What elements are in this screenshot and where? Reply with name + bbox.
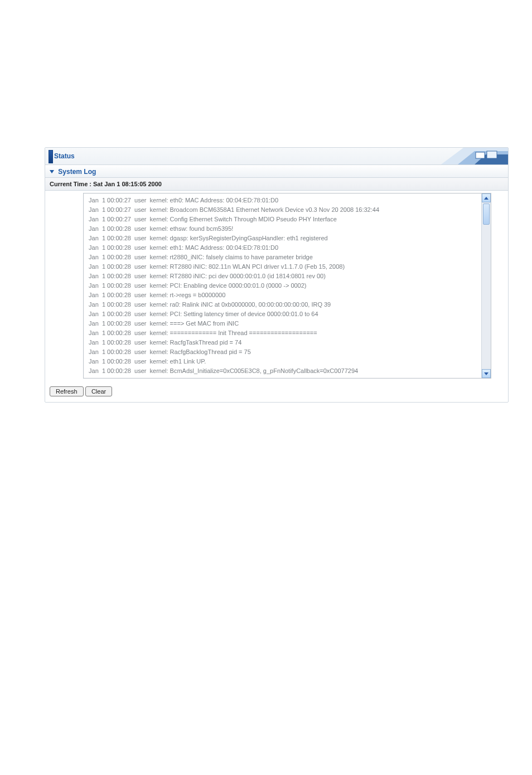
log-line: Jan 1 00:00:28 user kernel: rt2880_iNIC:… (87, 253, 481, 262)
log-line: Jan 1 00:00:28 user kernel: RT2880 iNIC:… (87, 262, 481, 272)
log-line: Jan 1 00:00:27 user kernel: Config Ether… (87, 215, 481, 224)
section-title: System Log (58, 168, 96, 176)
section-title-bar[interactable]: System Log (45, 165, 508, 178)
log-line: Jan 1 00:00:28 user kernel: RacfgTaskThr… (87, 338, 481, 347)
log-scrollbar[interactable] (481, 193, 491, 378)
log-content[interactable]: Jan 1 00:00:27 user kernel: eth0: MAC Ad… (84, 193, 491, 378)
svg-rect-3 (476, 152, 485, 158)
chevron-up-icon (484, 197, 489, 200)
tab-indicator (49, 150, 53, 163)
log-line: Jan 1 00:00:28 user kernel: RT2880 iNIC:… (87, 272, 481, 281)
log-line: Jan 1 00:00:28 user kernel: BcmAdsl_Init… (87, 366, 481, 376)
svg-rect-4 (487, 151, 497, 158)
log-line: Jan 1 00:00:28 user kernel: eth1: MAC Ad… (87, 243, 481, 253)
refresh-button[interactable]: Refresh (50, 386, 84, 396)
caret-down-icon (50, 170, 54, 173)
log-line: Jan 1 00:00:27 user kernel: eth0: MAC Ad… (87, 196, 481, 205)
header-bar: Status (45, 148, 508, 165)
log-line: Jan 1 00:00:28 user kernel: eth1 Link UP… (87, 357, 481, 366)
log-area-wrap: Jan 1 00:00:27 user kernel: eth0: MAC Ad… (45, 191, 508, 383)
scroll-down-button[interactable] (482, 369, 491, 378)
status-panel: Status System Log Current Time : Sat Jan… (45, 147, 509, 403)
log-line: Jan 1 00:00:28 user kernel: PCI: Setting… (87, 309, 481, 319)
log-line: Jan 1 00:00:28 user kernel: rt->regs = b… (87, 290, 481, 300)
log-line: Jan 1 00:00:28 user kernel: PCI: Enablin… (87, 281, 481, 290)
header-graphic (441, 148, 508, 164)
clear-button[interactable]: Clear (85, 386, 112, 396)
chevron-down-icon (484, 372, 489, 375)
log-line: Jan 1 00:00:28 user kernel: ===> Get MAC… (87, 319, 481, 328)
log-line: Jan 1 00:00:28 user kernel: ra0: Ralink … (87, 300, 481, 309)
scroll-up-button[interactable] (482, 193, 491, 202)
current-time-row: Current Time : Sat Jan 1 08:15:05 2000 (45, 178, 508, 191)
log-line: Jan 1 00:00:28 user kernel: ethsw: found… (87, 224, 481, 234)
current-time-label: Current Time : Sat Jan 1 08:15:05 2000 (50, 181, 162, 187)
tab-status[interactable]: Status (54, 148, 75, 164)
log-line: Jan 1 00:00:28 user kernel: ============… (87, 328, 481, 338)
scroll-thumb[interactable] (483, 204, 490, 225)
log-box: Jan 1 00:00:27 user kernel: eth0: MAC Ad… (83, 193, 491, 379)
log-line: Jan 1 00:00:27 user kernel: Broadcom BCM… (87, 205, 481, 215)
buttons-row: Refresh Clear (45, 383, 508, 402)
log-line: Jan 1 00:00:28 user kernel: dgasp: kerSy… (87, 234, 481, 243)
log-line: Jan 1 00:00:28 user kernel: RacfgBacklog… (87, 347, 481, 357)
